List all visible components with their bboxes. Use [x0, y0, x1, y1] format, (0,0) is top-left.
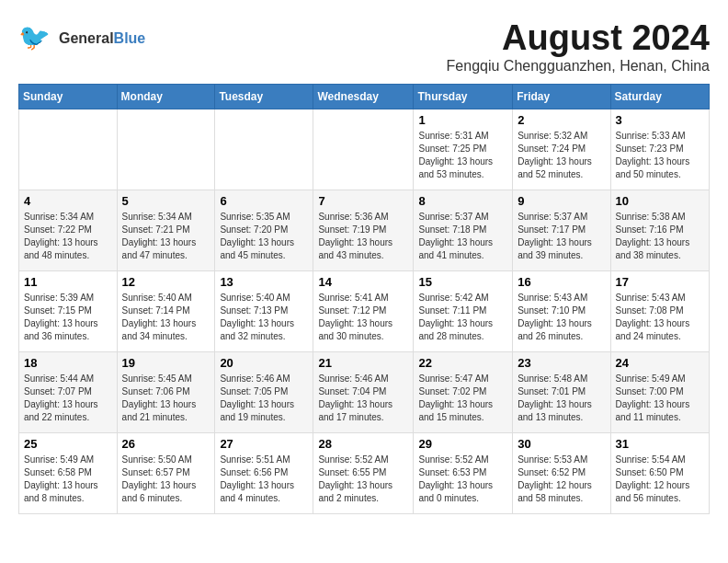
weekday-header: Wednesday — [313, 85, 414, 109]
day-number: 18 — [24, 356, 112, 370]
calendar-week-row: 4Sunrise: 5:34 AM Sunset: 7:22 PM Daylig… — [19, 190, 710, 271]
svg-text:🐦: 🐦 — [18, 22, 51, 52]
calendar-cell: 19Sunrise: 5:45 AM Sunset: 7:06 PM Dayli… — [117, 352, 215, 433]
day-number: 22 — [418, 356, 507, 370]
calendar-cell: 14Sunrise: 5:41 AM Sunset: 7:12 PM Dayli… — [313, 271, 414, 352]
day-number: 2 — [518, 113, 605, 127]
day-number: 9 — [518, 194, 605, 208]
day-info: Sunrise: 5:51 AM Sunset: 6:56 PM Dayligh… — [220, 454, 308, 505]
title-section: August 2024 Fengqiu Chengguanzhen, Henan… — [447, 18, 710, 75]
day-number: 21 — [318, 356, 408, 370]
calendar-cell: 30Sunrise: 5:53 AM Sunset: 6:52 PM Dayli… — [513, 433, 610, 514]
day-number: 11 — [24, 275, 112, 289]
calendar-week-row: 18Sunrise: 5:44 AM Sunset: 7:07 PM Dayli… — [19, 352, 710, 433]
calendar-cell: 13Sunrise: 5:40 AM Sunset: 7:13 PM Dayli… — [215, 271, 313, 352]
day-number: 14 — [318, 275, 408, 289]
calendar-cell: 7Sunrise: 5:36 AM Sunset: 7:19 PM Daylig… — [313, 190, 414, 271]
day-info: Sunrise: 5:49 AM Sunset: 6:58 PM Dayligh… — [24, 454, 112, 505]
day-info: Sunrise: 5:43 AM Sunset: 7:10 PM Dayligh… — [518, 292, 605, 343]
logo-icon: 🐦 — [18, 18, 55, 59]
day-info: Sunrise: 5:32 AM Sunset: 7:24 PM Dayligh… — [518, 130, 605, 181]
day-info: Sunrise: 5:53 AM Sunset: 6:52 PM Dayligh… — [518, 454, 605, 505]
calendar-cell: 8Sunrise: 5:37 AM Sunset: 7:18 PM Daylig… — [414, 190, 513, 271]
weekday-header: Monday — [117, 85, 215, 109]
weekday-header: Tuesday — [215, 85, 313, 109]
header-row: SundayMondayTuesdayWednesdayThursdayFrid… — [19, 85, 710, 109]
day-info: Sunrise: 5:40 AM Sunset: 7:13 PM Dayligh… — [220, 292, 308, 343]
day-number: 4 — [24, 194, 112, 208]
day-number: 31 — [616, 437, 704, 451]
day-info: Sunrise: 5:37 AM Sunset: 7:18 PM Dayligh… — [418, 211, 507, 262]
calendar-cell: 16Sunrise: 5:43 AM Sunset: 7:10 PM Dayli… — [513, 271, 610, 352]
calendar-cell: 5Sunrise: 5:34 AM Sunset: 7:21 PM Daylig… — [117, 190, 215, 271]
day-number: 1 — [418, 113, 507, 127]
day-number: 10 — [616, 194, 704, 208]
day-info: Sunrise: 5:41 AM Sunset: 7:12 PM Dayligh… — [318, 292, 408, 343]
location-subtitle: Fengqiu Chengguanzhen, Henan, China — [447, 58, 710, 75]
logo-text: GeneralBlue — [59, 30, 145, 47]
calendar-cell: 15Sunrise: 5:42 AM Sunset: 7:11 PM Dayli… — [414, 271, 513, 352]
page-header: 🐦 GeneralBlue August 2024 Fengqiu Chengg… — [18, 18, 710, 75]
day-number: 17 — [616, 275, 704, 289]
calendar-week-row: 1Sunrise: 5:31 AM Sunset: 7:25 PM Daylig… — [19, 109, 710, 190]
day-info: Sunrise: 5:37 AM Sunset: 7:17 PM Dayligh… — [518, 211, 605, 262]
calendar-cell: 28Sunrise: 5:52 AM Sunset: 6:55 PM Dayli… — [313, 433, 414, 514]
day-number: 24 — [616, 356, 704, 370]
day-info: Sunrise: 5:40 AM Sunset: 7:14 PM Dayligh… — [122, 292, 210, 343]
calendar-cell: 25Sunrise: 5:49 AM Sunset: 6:58 PM Dayli… — [19, 433, 118, 514]
day-info: Sunrise: 5:54 AM Sunset: 6:50 PM Dayligh… — [616, 454, 704, 505]
calendar-cell: 12Sunrise: 5:40 AM Sunset: 7:14 PM Dayli… — [117, 271, 215, 352]
calendar-cell: 29Sunrise: 5:52 AM Sunset: 6:53 PM Dayli… — [414, 433, 513, 514]
calendar-cell: 27Sunrise: 5:51 AM Sunset: 6:56 PM Dayli… — [215, 433, 313, 514]
calendar-cell: 17Sunrise: 5:43 AM Sunset: 7:08 PM Dayli… — [610, 271, 709, 352]
day-info: Sunrise: 5:33 AM Sunset: 7:23 PM Dayligh… — [616, 130, 704, 181]
day-number: 28 — [318, 437, 408, 451]
day-number: 27 — [220, 437, 308, 451]
day-number: 29 — [418, 437, 507, 451]
day-info: Sunrise: 5:49 AM Sunset: 7:00 PM Dayligh… — [616, 373, 704, 424]
day-info: Sunrise: 5:31 AM Sunset: 7:25 PM Dayligh… — [418, 130, 507, 181]
day-info: Sunrise: 5:42 AM Sunset: 7:11 PM Dayligh… — [418, 292, 507, 343]
day-number: 20 — [220, 356, 308, 370]
calendar-cell: 18Sunrise: 5:44 AM Sunset: 7:07 PM Dayli… — [19, 352, 118, 433]
day-number: 13 — [220, 275, 308, 289]
calendar-table: SundayMondayTuesdayWednesdayThursdayFrid… — [18, 84, 710, 514]
calendar-cell: 21Sunrise: 5:46 AM Sunset: 7:04 PM Dayli… — [313, 352, 414, 433]
day-number: 6 — [220, 194, 308, 208]
day-number: 16 — [518, 275, 605, 289]
calendar-cell: 1Sunrise: 5:31 AM Sunset: 7:25 PM Daylig… — [414, 109, 513, 190]
day-info: Sunrise: 5:35 AM Sunset: 7:20 PM Dayligh… — [220, 211, 308, 262]
calendar-cell — [313, 109, 414, 190]
calendar-cell: 26Sunrise: 5:50 AM Sunset: 6:57 PM Dayli… — [117, 433, 215, 514]
day-number: 25 — [24, 437, 112, 451]
day-info: Sunrise: 5:46 AM Sunset: 7:05 PM Dayligh… — [220, 373, 308, 424]
calendar-cell: 9Sunrise: 5:37 AM Sunset: 7:17 PM Daylig… — [513, 190, 610, 271]
calendar-cell — [19, 109, 118, 190]
calendar-cell: 31Sunrise: 5:54 AM Sunset: 6:50 PM Dayli… — [610, 433, 709, 514]
calendar-cell: 20Sunrise: 5:46 AM Sunset: 7:05 PM Dayli… — [215, 352, 313, 433]
calendar-cell — [215, 109, 313, 190]
day-info: Sunrise: 5:47 AM Sunset: 7:02 PM Dayligh… — [418, 373, 507, 424]
day-number: 5 — [122, 194, 210, 208]
day-info: Sunrise: 5:45 AM Sunset: 7:06 PM Dayligh… — [122, 373, 210, 424]
day-info: Sunrise: 5:36 AM Sunset: 7:19 PM Dayligh… — [318, 211, 408, 262]
day-number: 3 — [616, 113, 704, 127]
calendar-cell: 4Sunrise: 5:34 AM Sunset: 7:22 PM Daylig… — [19, 190, 118, 271]
calendar-week-row: 11Sunrise: 5:39 AM Sunset: 7:15 PM Dayli… — [19, 271, 710, 352]
weekday-header: Saturday — [610, 85, 709, 109]
calendar-cell: 10Sunrise: 5:38 AM Sunset: 7:16 PM Dayli… — [610, 190, 709, 271]
logo: 🐦 GeneralBlue — [18, 18, 145, 59]
calendar-week-row: 25Sunrise: 5:49 AM Sunset: 6:58 PM Dayli… — [19, 433, 710, 514]
day-info: Sunrise: 5:34 AM Sunset: 7:22 PM Dayligh… — [24, 211, 112, 262]
month-year-title: August 2024 — [447, 18, 710, 58]
day-number: 15 — [418, 275, 507, 289]
day-info: Sunrise: 5:52 AM Sunset: 6:53 PM Dayligh… — [418, 454, 507, 505]
day-info: Sunrise: 5:52 AM Sunset: 6:55 PM Dayligh… — [318, 454, 408, 505]
calendar-cell — [117, 109, 215, 190]
calendar-cell: 6Sunrise: 5:35 AM Sunset: 7:20 PM Daylig… — [215, 190, 313, 271]
calendar-cell: 24Sunrise: 5:49 AM Sunset: 7:00 PM Dayli… — [610, 352, 709, 433]
day-info: Sunrise: 5:34 AM Sunset: 7:21 PM Dayligh… — [122, 211, 210, 262]
calendar-cell: 3Sunrise: 5:33 AM Sunset: 7:23 PM Daylig… — [610, 109, 709, 190]
day-info: Sunrise: 5:50 AM Sunset: 6:57 PM Dayligh… — [122, 454, 210, 505]
calendar-cell: 22Sunrise: 5:47 AM Sunset: 7:02 PM Dayli… — [414, 352, 513, 433]
